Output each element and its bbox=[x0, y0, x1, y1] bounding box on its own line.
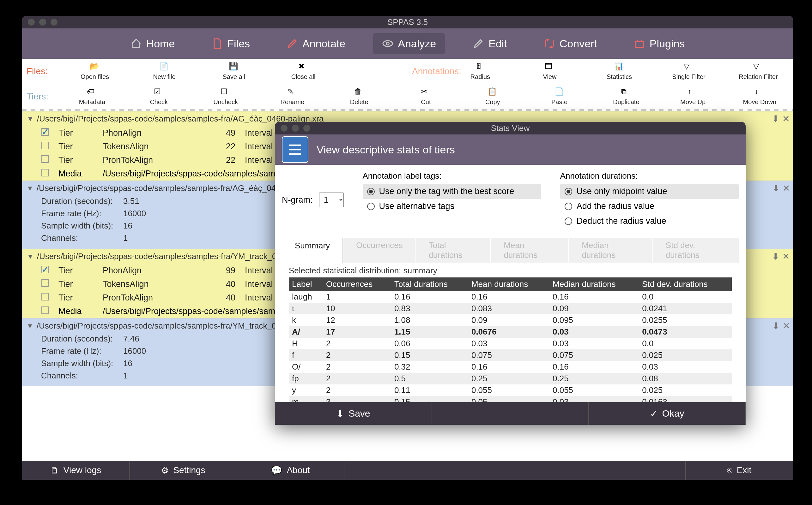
nav-plugins[interactable]: Plugins bbox=[625, 33, 694, 54]
table-cell: t bbox=[289, 303, 323, 314]
cut-button[interactable]: ✂Cut bbox=[392, 87, 459, 106]
table-cell: 0.06 bbox=[391, 338, 468, 349]
table-cell: H bbox=[289, 338, 323, 349]
download-icon[interactable]: ⬇ bbox=[772, 183, 780, 193]
nav-convert[interactable]: Convert bbox=[535, 33, 606, 54]
relation-filter-button[interactable]: ▽Relation Filter bbox=[723, 62, 793, 80]
table-row[interactable]: A/171.150.06760.030.0473 bbox=[289, 326, 732, 338]
settings-button[interactable]: ⚙Settings bbox=[130, 461, 237, 480]
tab-mean[interactable]: Mean durations bbox=[491, 238, 568, 263]
table-header[interactable]: Mean durations bbox=[468, 278, 550, 291]
move-up-button[interactable]: ↑Move Up bbox=[659, 87, 726, 106]
new-file-button[interactable]: 📄New file bbox=[130, 62, 199, 80]
minimize-window-icon[interactable] bbox=[39, 19, 46, 26]
tab-total[interactable]: Total durations bbox=[416, 238, 491, 263]
move-down-button[interactable]: ↓Move Down bbox=[726, 87, 793, 106]
close-icon[interactable]: ✕ bbox=[782, 114, 790, 124]
nav-home[interactable]: Home bbox=[122, 33, 184, 54]
table-cell: O/ bbox=[289, 361, 323, 373]
nav-annotate-label: Annotate bbox=[302, 37, 345, 50]
tier-checkbox[interactable] bbox=[41, 142, 49, 149]
close-all-button[interactable]: ✖Close all bbox=[268, 62, 338, 80]
table-row[interactable]: t100.830.0830.090.0241 bbox=[289, 303, 732, 314]
download-icon[interactable]: ⬇ bbox=[772, 114, 779, 124]
copy-button[interactable]: 📋Copy bbox=[459, 87, 526, 106]
table-header[interactable]: Median durations bbox=[550, 278, 639, 291]
close-icon[interactable]: ✕ bbox=[783, 321, 790, 331]
tab-occurrences[interactable]: Occurrences bbox=[343, 238, 415, 263]
table-header[interactable]: Label bbox=[289, 278, 323, 291]
dur-deduct-radius-option[interactable]: Deduct the radius value bbox=[560, 214, 739, 228]
tier-checkbox[interactable] bbox=[41, 155, 49, 163]
uncheck-button[interactable]: ☐Uncheck bbox=[192, 87, 259, 106]
download-icon[interactable]: ⬇ bbox=[772, 321, 780, 331]
media-checkbox[interactable] bbox=[41, 169, 49, 176]
tab-median[interactable]: Median durations bbox=[569, 238, 653, 263]
table-row[interactable]: H20.060.030.030.0 bbox=[289, 338, 732, 349]
tag-alt-option[interactable]: Use alternative tags bbox=[363, 199, 541, 214]
save-all-button[interactable]: 💾Save all bbox=[199, 62, 268, 80]
table-cell: 0.83 bbox=[391, 303, 468, 314]
paste-button[interactable]: 📄Paste bbox=[526, 87, 593, 106]
dialog-close-icon[interactable] bbox=[280, 125, 287, 132]
about-button[interactable]: 💬About bbox=[237, 461, 344, 480]
rel-filter-icon: ▽ bbox=[753, 62, 763, 72]
radius-button[interactable]: 🎚Radius bbox=[446, 62, 515, 80]
statistics-button[interactable]: 📊Statistics bbox=[585, 62, 654, 80]
table-header[interactable]: Total durations bbox=[391, 278, 468, 291]
table-row[interactable]: f20.150.0750.0750.025 bbox=[289, 349, 732, 361]
media-checkbox[interactable] bbox=[41, 307, 49, 314]
table-row[interactable]: laugh10.160.160.160.0 bbox=[289, 291, 732, 303]
save-button[interactable]: ⬇Save bbox=[275, 402, 432, 425]
rename-button[interactable]: ✎Rename bbox=[259, 87, 326, 106]
table-cell: A/ bbox=[289, 326, 323, 338]
close-window-icon[interactable] bbox=[28, 19, 35, 26]
tier-checkbox[interactable] bbox=[41, 279, 49, 287]
close-icon[interactable]: ✕ bbox=[782, 251, 790, 262]
table-row[interactable]: O/20.320.160.160.03 bbox=[289, 361, 732, 373]
ngram-select[interactable]: 1 bbox=[319, 192, 344, 207]
table-cell: 0.25 bbox=[550, 373, 639, 384]
delete-button[interactable]: 🗑Delete bbox=[326, 87, 392, 106]
tag-best-option[interactable]: Use only the tag with the best score bbox=[363, 184, 541, 199]
table-cell: 0.03 bbox=[550, 338, 639, 349]
view-logs-button[interactable]: 🗎View logs bbox=[22, 461, 130, 480]
table-row[interactable]: fp20.50.250.250.08 bbox=[289, 373, 732, 384]
nav-files[interactable]: Files bbox=[203, 33, 259, 54]
tier-name: PhonAlign bbox=[103, 128, 198, 138]
tab-stddev[interactable]: Std dev. durations bbox=[653, 238, 739, 263]
nav-edit[interactable]: Edit bbox=[464, 33, 516, 54]
okay-button[interactable]: ✓Okay bbox=[589, 402, 746, 425]
nav-analyze[interactable]: Analyze bbox=[373, 33, 445, 54]
dur-midpoint-option[interactable]: Use only midpoint value bbox=[560, 184, 739, 199]
maximize-window-icon[interactable] bbox=[50, 19, 57, 26]
disclosure-icon: ▼ bbox=[27, 115, 34, 123]
table-cell: 0.16 bbox=[468, 291, 550, 303]
table-row[interactable]: y20.110.0550.0550.025 bbox=[289, 384, 732, 396]
tab-summary[interactable]: Summary bbox=[282, 238, 343, 263]
metadata-button[interactable]: 🏷Metadata bbox=[59, 87, 125, 106]
view-button[interactable]: 🗔View bbox=[515, 62, 585, 80]
dialog-maximize-icon[interactable] bbox=[303, 125, 310, 132]
dur-add-radius-option[interactable]: Add the radius value bbox=[560, 199, 739, 214]
dialog-footer: ⬇Save ✓Okay bbox=[275, 402, 746, 425]
svg-point-0 bbox=[383, 41, 392, 46]
single-filter-button[interactable]: ▽Single Filter bbox=[654, 62, 723, 80]
table-cell: 0.075 bbox=[550, 349, 639, 361]
nav-annotate[interactable]: Annotate bbox=[278, 33, 354, 54]
tier-checkbox[interactable]: ✓ bbox=[41, 128, 49, 136]
tier-checkbox[interactable] bbox=[41, 293, 49, 301]
open-files-button[interactable]: 📂Open files bbox=[60, 62, 130, 80]
close-icon[interactable]: ✕ bbox=[783, 183, 790, 193]
download-icon[interactable]: ⬇ bbox=[772, 251, 779, 262]
tier-checkbox[interactable]: ✓ bbox=[41, 266, 49, 273]
check-button[interactable]: ☑Check bbox=[125, 87, 192, 106]
table-row[interactable]: k121.080.090.0950.0255 bbox=[289, 314, 732, 326]
dialog-minimize-icon[interactable] bbox=[292, 125, 299, 132]
exit-button[interactable]: ⎋Exit bbox=[686, 461, 793, 480]
table-cell: 0.03 bbox=[550, 326, 639, 338]
disclosure-icon: ▼ bbox=[26, 322, 33, 330]
table-header[interactable]: Std dev. durations bbox=[639, 278, 732, 291]
table-header[interactable]: Occurrences bbox=[323, 278, 391, 291]
duplicate-button[interactable]: ⧉Duplicate bbox=[593, 87, 659, 106]
